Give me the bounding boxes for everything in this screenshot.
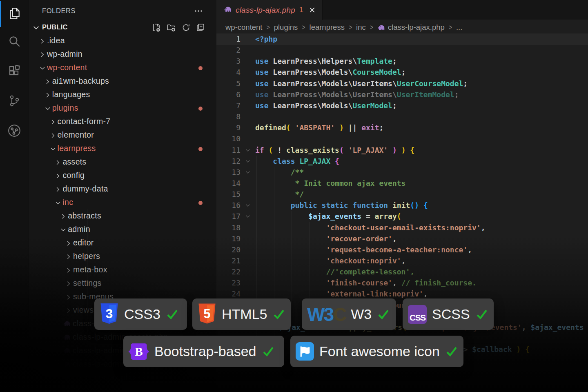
fold-chevron-icon[interactable] — [241, 145, 255, 156]
tree-item-admin[interactable]: admin — [29, 223, 216, 236]
chevron-down-icon — [55, 200, 61, 207]
breadcrumb-item[interactable]: wp-content — [225, 23, 263, 32]
tree-item-contact-form-7[interactable]: contact-form-7 — [29, 115, 216, 129]
tree-item-config[interactable]: config — [29, 169, 216, 183]
tree-item-abstracts[interactable]: abstracts — [29, 209, 216, 223]
code-text: class LP_AJAX { — [255, 156, 339, 167]
php-icon — [63, 334, 71, 342]
line-number: 21 — [216, 255, 241, 267]
breadcrumb-item[interactable]: plugins — [274, 23, 298, 32]
fold-spacer — [241, 222, 255, 234]
activity-source-control-icon[interactable] — [0, 87, 29, 116]
line-number: 14 — [216, 178, 241, 189]
breadcrumb-item[interactable]: class-lp-ajax.php — [388, 23, 445, 32]
line-number: 19 — [216, 233, 241, 245]
breadcrumb-item[interactable]: ... — [456, 23, 462, 32]
tree-item-inc[interactable]: inc — [29, 196, 216, 209]
badge-label: Font awesome icon — [319, 343, 440, 359]
breadcrumb-item[interactable]: inc — [356, 23, 366, 32]
tree-item-languages[interactable]: languages — [29, 88, 216, 102]
modified-dot — [198, 107, 203, 111]
tab-label: class-lp-ajax.php — [236, 6, 295, 15]
code-line-17: 17 $ajax_events = array( — [216, 211, 588, 222]
line-number: 8 — [216, 111, 241, 122]
chevron-down-icon — [45, 105, 51, 113]
badge-w3: W3CW3 — [302, 298, 396, 330]
activity-extensions-icon[interactable] — [0, 58, 29, 87]
line-number: 6 — [216, 89, 241, 100]
ellipsis-icon[interactable] — [194, 7, 203, 17]
html5-logo: 5 — [198, 303, 216, 325]
fold-chevron-icon[interactable] — [241, 200, 255, 211]
code-line-9: 9defined( 'ABSPATH' ) || exit; — [216, 122, 588, 134]
fold-spacer — [241, 45, 255, 56]
section-header-public[interactable]: PUBLIC — [29, 21, 216, 34]
breadcrumb-separator: > — [302, 23, 305, 31]
tree-item-label: contact-form-7 — [58, 117, 111, 126]
breadcrumb: wp-content>plugins>learnpress>inc>class-… — [225, 20, 462, 35]
line-number: 10 — [216, 133, 241, 145]
tree-item-wp-content[interactable]: wp-content — [29, 61, 216, 75]
new-file-icon[interactable] — [152, 23, 161, 32]
tree-item-label: config — [62, 171, 85, 180]
chevron-right-icon — [55, 173, 61, 180]
tree-item-elementor[interactable]: elementor — [29, 129, 216, 142]
chevron-right-icon — [65, 294, 71, 302]
line-number: 7 — [216, 100, 241, 111]
remote-explorer-icon — [7, 124, 21, 139]
active-indicator — [0, 1, 1, 27]
tab-class-lp-ajax[interactable]: class-lp-ajax.php 1 — [216, 0, 323, 20]
chevron-right-icon — [65, 267, 71, 275]
badge-label: HTML5 — [222, 306, 267, 322]
close-icon[interactable] — [309, 7, 316, 13]
code-line-15: 15 */ — [216, 189, 588, 200]
chevron-right-icon — [55, 159, 61, 167]
tree-item-dummy-data[interactable]: dummy-data — [29, 183, 216, 196]
source-control-icon — [8, 94, 21, 109]
svg-text:3: 3 — [106, 306, 113, 321]
line-number: 1 — [216, 33, 241, 45]
code-text: use LearnPress\Models\UserItems\UserCour… — [255, 78, 468, 89]
tree-item-idea[interactable]: .idea — [29, 34, 216, 48]
collapse-all-icon[interactable] — [196, 23, 205, 32]
tree-item-wp-admin[interactable]: wp-admin — [29, 48, 216, 61]
tree-item-assets[interactable]: assets — [29, 156, 216, 169]
tree-item-learnpress[interactable]: learnpress — [29, 142, 216, 156]
fold-chevron-icon[interactable] — [241, 156, 255, 167]
line-number: 4 — [216, 67, 241, 78]
tree-item-plugins[interactable]: plugins — [29, 102, 216, 115]
code-text: use LearnPress\Models\UserModel; — [255, 100, 397, 111]
tree-item-meta-box[interactable]: meta-box — [29, 263, 216, 277]
new-folder-icon[interactable] — [167, 23, 176, 32]
modified-dot — [198, 147, 203, 151]
activity-files-icon[interactable] — [0, 0, 29, 29]
check-icon — [166, 308, 178, 321]
code-text: 'recover-order', — [255, 233, 397, 245]
tab-problems-badge: 1 — [299, 6, 303, 14]
indent-guide — [292, 211, 292, 355]
tree-item-editor[interactable]: editor — [29, 236, 216, 250]
breadcrumb-item[interactable]: learnpress — [310, 23, 345, 32]
activity-remote-explorer-icon[interactable] — [0, 117, 29, 146]
tree-item-class-lp-ajaxphp[interactable]: class-lp-ajax.php — [29, 371, 216, 385]
check-icon — [476, 308, 488, 321]
editor-group: class-lp-ajax.php 1 wp-content>plugins>l… — [216, 0, 588, 392]
fontawesome-logo — [296, 342, 314, 361]
code-line-4: 4use LearnPress\Models\CourseModel; — [216, 67, 588, 78]
refresh-icon[interactable] — [181, 23, 190, 32]
code-text: public static function init() { — [255, 200, 428, 211]
tree-item-settings[interactable]: settings — [29, 277, 216, 290]
code-text: $ajax_events = array( — [255, 211, 401, 222]
fold-chevron-icon[interactable] — [241, 211, 255, 222]
tree-item-ai1wm-backups[interactable]: ai1wm-backups — [29, 75, 216, 88]
breadcrumb-separator: > — [449, 23, 452, 31]
fold-spacer — [241, 89, 255, 100]
activity-search-icon[interactable] — [0, 28, 29, 57]
fold-spacer — [241, 255, 255, 267]
chevron-right-icon — [55, 186, 61, 194]
code-line-19: 19 'recover-order', — [216, 233, 588, 245]
fold-chevron-icon[interactable] — [241, 167, 255, 178]
chevron-right-icon — [50, 119, 56, 127]
badge-html5: 5HTML5 — [192, 298, 291, 330]
tree-item-helpers[interactable]: helpers — [29, 250, 216, 263]
